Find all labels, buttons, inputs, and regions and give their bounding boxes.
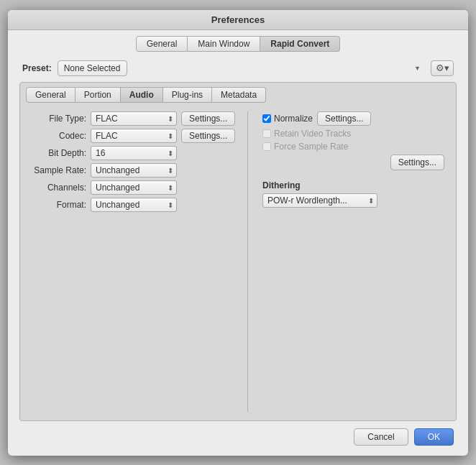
tab-content-audio: File Type: FLAC Settings... Codec:	[20, 103, 456, 420]
tab-main-window[interactable]: Main Window	[188, 36, 260, 52]
title-bar: Preferences	[8, 10, 468, 30]
preset-row: Preset: None Selected ⚙▾	[8, 56, 468, 82]
inner-box: General Portion Audio Plug-ins Metadata	[19, 82, 457, 421]
dithering-select-wrapper: POW-r Wordlength...	[262, 193, 377, 208]
retain-video-checkbox[interactable]	[262, 129, 271, 138]
inner-tab-metadata[interactable]: Metadata	[212, 87, 266, 103]
extra-settings-button[interactable]: Settings...	[390, 155, 444, 170]
bit-depth-label: Bit Depth:	[26, 148, 91, 158]
codec-select-wrapper: FLAC	[91, 129, 177, 143]
gear-button[interactable]: ⚙▾	[431, 60, 454, 76]
channels-select[interactable]: Unchanged	[91, 180, 177, 195]
force-sample-rate-label: Force Sample Rate	[274, 142, 348, 152]
inner-tab-general[interactable]: General	[26, 87, 75, 103]
top-tab-bar: General Main Window Rapid Convert	[8, 30, 468, 56]
normalize-row: Normalize Settings...	[262, 111, 450, 126]
gear-icon: ⚙▾	[436, 63, 449, 73]
ok-button[interactable]: OK	[414, 428, 454, 446]
channels-row: Channels: Unchanged	[26, 180, 242, 195]
sample-rate-label: Sample Rate:	[26, 165, 91, 175]
file-type-label: File Type:	[26, 114, 91, 124]
codec-label: Codec:	[26, 131, 91, 141]
file-type-settings-button[interactable]: Settings...	[181, 111, 235, 126]
panel-divider	[247, 111, 248, 412]
bit-depth-row: Bit Depth: 16	[26, 146, 242, 160]
bit-depth-select[interactable]: 16	[91, 146, 177, 160]
file-type-select[interactable]: FLAC	[91, 111, 177, 126]
dithering-label: Dithering	[262, 180, 450, 190]
inner-tab-plugins[interactable]: Plug-ins	[163, 87, 212, 103]
codec-select[interactable]: FLAC	[91, 129, 177, 143]
normalize-checkbox-label[interactable]: Normalize	[262, 114, 313, 124]
dithering-section: Dithering POW-r Wordlength...	[262, 180, 450, 208]
dithering-select[interactable]: POW-r Wordlength...	[262, 193, 377, 208]
footer: Cancel OK	[8, 421, 468, 456]
preset-select[interactable]: None Selected	[58, 60, 127, 76]
codec-settings-button[interactable]: Settings...	[181, 129, 235, 143]
force-sample-rate-checkbox[interactable]	[262, 142, 271, 151]
main-area: General Portion Audio Plug-ins Metadata	[8, 82, 468, 421]
left-panel: File Type: FLAC Settings... Codec:	[26, 111, 242, 412]
channels-select-wrapper: Unchanged	[91, 180, 177, 195]
normalize-checkbox[interactable]	[262, 114, 271, 123]
normalize-label: Normalize	[274, 114, 313, 124]
format-select-wrapper: Unchanged	[91, 198, 177, 212]
sample-rate-row: Sample Rate: Unchanged	[26, 163, 242, 178]
force-sample-rate-row: Force Sample Rate	[262, 142, 450, 152]
file-type-select-wrapper: FLAC	[91, 111, 177, 126]
channels-label: Channels:	[26, 183, 91, 193]
format-select[interactable]: Unchanged	[91, 198, 177, 212]
right-panel: Normalize Settings... Retain Video Track…	[254, 111, 450, 412]
inner-tab-audio[interactable]: Audio	[121, 87, 163, 103]
sample-rate-select[interactable]: Unchanged	[91, 163, 177, 178]
preferences-window: Preferences General Main Window Rapid Co…	[8, 10, 468, 456]
inner-tab-portion[interactable]: Portion	[75, 87, 121, 103]
file-type-row: File Type: FLAC Settings...	[26, 111, 242, 126]
window-title: Preferences	[211, 14, 265, 25]
cancel-button[interactable]: Cancel	[354, 428, 408, 446]
inner-tab-bar: General Portion Audio Plug-ins Metadata	[20, 83, 456, 103]
extra-settings-row: Settings...	[262, 155, 450, 170]
tab-general[interactable]: General	[136, 36, 188, 52]
normalize-settings-button[interactable]: Settings...	[317, 111, 371, 126]
bit-depth-select-wrapper: 16	[91, 146, 177, 160]
format-row: Format: Unchanged	[26, 198, 242, 212]
force-sample-rate-checkbox-label: Force Sample Rate	[262, 142, 348, 152]
retain-video-label: Retain Video Tracks	[274, 129, 351, 139]
preset-select-wrapper: None Selected	[58, 60, 425, 76]
retain-video-checkbox-label: Retain Video Tracks	[262, 129, 351, 139]
format-label: Format:	[26, 200, 91, 210]
preset-label: Preset:	[22, 63, 52, 73]
sample-rate-select-wrapper: Unchanged	[91, 163, 177, 178]
tab-rapid-convert[interactable]: Rapid Convert	[260, 36, 340, 52]
retain-video-row: Retain Video Tracks	[262, 129, 450, 139]
codec-row: Codec: FLAC Settings...	[26, 129, 242, 143]
